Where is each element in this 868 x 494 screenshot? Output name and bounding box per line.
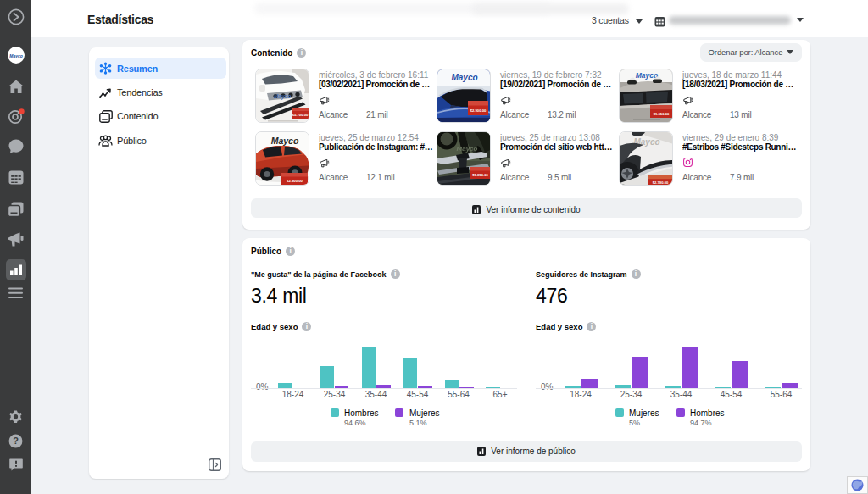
svg-text:Mayco: Mayco <box>457 145 478 153</box>
svg-text:?: ? <box>13 436 19 446</box>
svg-text:Mayco: Mayco <box>274 93 291 100</box>
svg-text:Mayco: Mayco <box>451 73 477 82</box>
svg-text:$2.900.00: $2.900.00 <box>287 179 303 183</box>
svg-text:$5.700.00: $5.700.00 <box>292 113 309 117</box>
svg-text:Mayco: Mayco <box>271 136 299 146</box>
svg-text:$2.900.00: $2.900.00 <box>470 108 487 113</box>
svg-text:Mayco: Mayco <box>9 53 23 58</box>
svg-text:$1.650.00: $1.650.00 <box>654 112 670 116</box>
svg-text:Mayco: Mayco <box>636 71 658 80</box>
svg-text:$1.890.00: $1.890.00 <box>472 173 488 177</box>
svg-text:$2.790.00: $2.790.00 <box>653 180 669 185</box>
